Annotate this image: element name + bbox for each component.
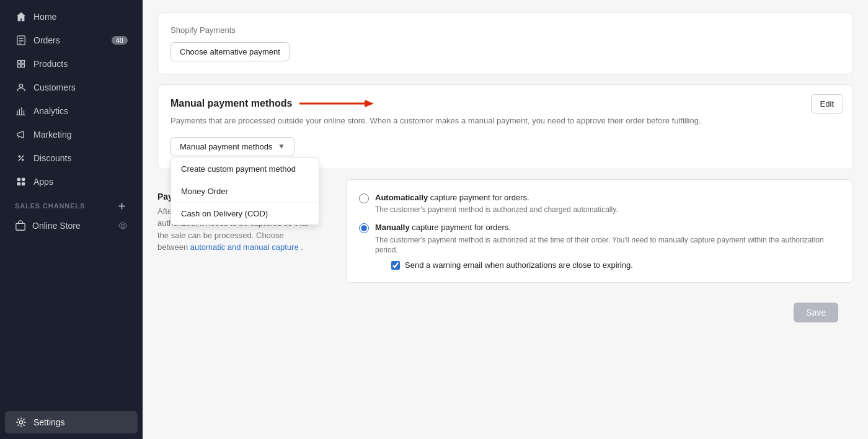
- choose-alternative-payment-button[interactable]: Choose alternative payment: [170, 42, 290, 61]
- warning-email-checkbox[interactable]: [391, 261, 400, 270]
- sidebar-item-orders[interactable]: Orders 48: [5, 29, 138, 51]
- sidebar-item-settings[interactable]: Settings: [5, 411, 138, 433]
- manual-payment-desc: Payments that are processed outside your…: [170, 115, 840, 127]
- radio-group: Automatically capture payment for orders…: [359, 192, 840, 270]
- manual-capture-sublabel: The customer's payment method is authori…: [375, 235, 840, 256]
- auto-capture-radio[interactable]: [359, 193, 369, 203]
- manual-capture-label: Manually capture payment for orders.: [375, 222, 840, 233]
- auto-capture-label: Automatically capture payment for orders…: [375, 192, 618, 203]
- sidebar-item-marketing[interactable]: Marketing: [5, 123, 138, 146]
- sidebar-analytics-label: Analytics: [33, 106, 68, 116]
- manual-payment-dropdown-wrapper: Manual payment methods ▼ Create custom p…: [170, 137, 294, 156]
- svg-rect-8: [17, 178, 20, 181]
- orders-icon: [15, 34, 27, 47]
- sidebar-home-label: Home: [33, 12, 56, 22]
- red-arrow-indicator: [299, 97, 374, 110]
- manual-capture-option: Manually capture payment for orders. The…: [359, 222, 840, 270]
- products-icon: [15, 58, 27, 70]
- apps-icon: [15, 175, 27, 188]
- manual-payment-dropdown-button[interactable]: Manual payment methods ▼: [170, 137, 294, 156]
- sidebar-orders-label: Orders: [33, 35, 60, 45]
- dropdown-item-create-custom[interactable]: Create custom payment method: [171, 158, 319, 180]
- home-icon: [15, 11, 27, 23]
- svg-point-6: [22, 159, 24, 161]
- dropdown-selected-label: Manual payment methods: [180, 142, 273, 151]
- dropdown-item-cod[interactable]: Cash on Delivery (COD): [171, 203, 319, 224]
- customers-icon: [15, 81, 27, 94]
- manual-payment-dropdown-menu: Create custom payment method Money Order…: [170, 157, 319, 225]
- svg-rect-12: [16, 223, 25, 230]
- shopify-payments-label: Shopify Payments: [170, 25, 840, 35]
- online-store-label: Online Store: [32, 221, 81, 231]
- sidebar-item-online-store[interactable]: Online Store: [5, 215, 138, 236]
- svg-point-13: [122, 224, 125, 228]
- sidebar-item-analytics[interactable]: Analytics: [5, 100, 138, 122]
- payment-capture-card: Automatically capture payment for orders…: [346, 179, 853, 283]
- svg-rect-11: [22, 182, 25, 185]
- sidebar-settings-label: Settings: [33, 417, 65, 427]
- manual-payment-title: Manual payment methods: [170, 97, 840, 110]
- main-content: Shopify Payments Choose alternative paym…: [143, 0, 868, 439]
- payment-capture-options: Automatically capture payment for orders…: [346, 179, 853, 293]
- auto-capture-sublabel: The customer's payment method is authori…: [375, 205, 618, 215]
- eye-icon[interactable]: [118, 221, 128, 231]
- add-sales-channel-icon[interactable]: ＋: [115, 200, 128, 212]
- shopify-payments-card: Shopify Payments Choose alternative paym…: [157, 12, 853, 74]
- warning-email-label: Send a warning email when authorizations…: [405, 260, 633, 270]
- svg-marker-16: [365, 100, 374, 107]
- save-button[interactable]: Save: [794, 303, 838, 322]
- sidebar-apps-label: Apps: [33, 177, 53, 187]
- svg-point-14: [19, 420, 22, 423]
- dropdown-item-money-order[interactable]: Money Order: [171, 180, 319, 203]
- manual-payment-card: Manual payment methods Payments that are…: [157, 84, 853, 169]
- sidebar-item-customers[interactable]: Customers: [5, 76, 138, 99]
- discounts-icon: [15, 152, 27, 164]
- sidebar-item-apps[interactable]: Apps: [5, 171, 138, 193]
- warning-email-checkbox-wrapper: Send a warning email when authorizations…: [391, 260, 840, 270]
- edit-button[interactable]: Edit: [811, 94, 843, 113]
- sidebar: Home Orders 48 Products: [0, 0, 143, 439]
- sidebar-item-products[interactable]: Products: [5, 53, 138, 75]
- sidebar-item-home[interactable]: Home: [5, 6, 138, 28]
- save-section: Save: [157, 303, 853, 335]
- auto-capture-option: Automatically capture payment for orders…: [359, 192, 840, 215]
- settings-icon: [15, 416, 27, 428]
- analytics-icon: [15, 105, 27, 117]
- chevron-down-icon: ▼: [278, 142, 285, 151]
- sales-channels-section: SALES CHANNELS ＋: [0, 193, 143, 215]
- svg-point-4: [19, 84, 22, 87]
- online-store-icon: [15, 220, 26, 231]
- sidebar-item-discounts[interactable]: Discounts: [5, 147, 138, 169]
- orders-badge: 48: [112, 36, 128, 45]
- sidebar-marketing-label: Marketing: [33, 130, 71, 140]
- svg-rect-9: [22, 178, 25, 181]
- sidebar-discounts-label: Discounts: [33, 153, 71, 163]
- marketing-icon: [15, 128, 27, 141]
- manual-capture-radio[interactable]: [359, 223, 369, 233]
- sidebar-products-label: Products: [33, 59, 68, 69]
- automatic-manual-capture-link[interactable]: automatic and manual capture: [190, 242, 299, 252]
- sidebar-customers-label: Customers: [33, 82, 76, 92]
- svg-rect-10: [17, 182, 20, 185]
- svg-point-5: [19, 156, 21, 158]
